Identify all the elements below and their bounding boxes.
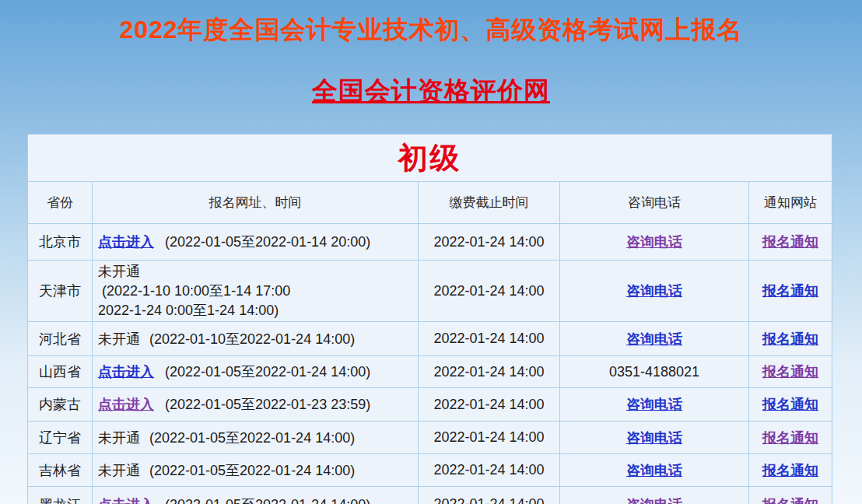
deadline-cell: 2022-01-24 14:00 — [419, 261, 560, 322]
notice-link[interactable]: 报名通知 — [762, 463, 818, 478]
table-row-heilongjiang: 黑龙江 点击进入(2022-01-05至2022-01-24 14:00) 20… — [28, 487, 832, 504]
deadline-cell: 2022-01-24 14:00 — [419, 356, 560, 388]
phone-cell: 咨询电话 — [560, 322, 749, 356]
notice-cell: 报名通知 — [749, 261, 832, 322]
deadline-cell: 2022-01-24 14:00 — [419, 454, 560, 487]
province-cell: 河北省 — [28, 322, 93, 356]
registration-cell: 点击进入(2022-01-05至2022-01-14 20:00) — [93, 224, 419, 261]
enter-link[interactable]: 点击进入 — [98, 234, 154, 250]
notice-link[interactable]: 报名通知 — [762, 364, 818, 380]
registration-table-container: 初级 省份 报名网址、时间 缴费截止时间 咨询电话 通知网站 北京市 点击进入(… — [27, 134, 832, 504]
phone-link[interactable]: 咨询电话 — [626, 331, 682, 347]
province-cell: 内蒙古 — [28, 388, 93, 422]
table-row-liaoning: 辽宁省 未开通(2022-01-05至2022-01-24 14:00) 202… — [28, 422, 832, 454]
province-cell: 黑龙江 — [28, 487, 93, 504]
phone-link[interactable]: 咨询电话 — [626, 430, 682, 446]
notice-cell: 报名通知 — [749, 322, 832, 356]
registration-cell: 未开通 (2022-1-10 10:00至1-14 17:00 2022-1-2… — [93, 261, 419, 322]
phone-link[interactable]: 咨询电话 — [626, 283, 682, 299]
notice-cell: 报名通知 — [749, 454, 832, 487]
registration-time: (2022-01-05至2022-01-24 14:00) — [165, 497, 370, 504]
province-cell: 北京市 — [28, 224, 93, 261]
registration-time: (2022-01-10至2022-01-24 14:00) — [149, 331, 355, 347]
site-home-link[interactable]: 全国会计资格评价网 — [312, 76, 550, 105]
table-header-row: 省份 报名网址、时间 缴费截止时间 咨询电话 通知网站 — [28, 182, 832, 224]
section-title-row: 初级 — [28, 135, 832, 182]
registration-time: (2022-01-05至2022-01-24 14:00) — [165, 364, 370, 380]
phone-cell: 咨询电话 — [560, 388, 749, 422]
notice-link[interactable]: 报名通知 — [762, 497, 818, 504]
deadline-cell: 2022-01-24 14:00 — [419, 388, 560, 422]
registration-time: (2022-01-05至2022-01-23 23:59) — [165, 397, 370, 412]
phone-cell: 咨询电话 — [560, 487, 749, 504]
phone-cell: 咨询电话 — [560, 224, 749, 261]
registration-cell: 未开通(2022-01-05至2022-01-24 14:00) — [93, 454, 419, 487]
enter-link[interactable]: 点击进入 — [98, 364, 154, 380]
registration-time: (2022-1-10 10:00至1-14 17:00 — [98, 282, 417, 301]
table-row-jilin: 吉林省 未开通(2022-01-05至2022-01-24 14:00) 202… — [28, 454, 832, 487]
notice-cell: 报名通知 — [749, 388, 832, 422]
registration-time: (2022-01-05至2022-01-24 14:00) — [149, 463, 355, 478]
page-header: 2022年度全国会计专业技术初、高级资格考试网上报名 全国会计资格评价网 — [0, 0, 862, 110]
province-cell: 辽宁省 — [28, 422, 93, 454]
registration-status: 未开通 — [98, 331, 140, 347]
notice-cell: 报名通知 — [749, 356, 832, 388]
phone-link[interactable]: 咨询电话 — [626, 463, 682, 478]
notice-cell: 报名通知 — [749, 487, 832, 504]
phone-link[interactable]: 咨询电话 — [626, 397, 682, 412]
registration-time: (2022-01-05至2022-01-24 14:00) — [149, 430, 355, 446]
notice-link[interactable]: 报名通知 — [762, 331, 818, 347]
notice-cell: 报名通知 — [749, 422, 832, 454]
notice-link[interactable]: 报名通知 — [762, 234, 818, 250]
province-cell: 吉林省 — [28, 454, 93, 487]
deadline-cell: 2022-01-24 14:00 — [419, 322, 560, 356]
column-header-notice: 通知网站 — [749, 182, 832, 224]
column-header-registration: 报名网址、时间 — [93, 182, 419, 224]
registration-cell: 点击进入(2022-01-05至2022-01-23 23:59) — [93, 388, 419, 422]
column-header-province: 省份 — [28, 182, 93, 224]
phone-cell: 0351-4188021 — [560, 356, 749, 388]
phone-cell: 咨询电话 — [560, 454, 749, 487]
notice-cell: 报名通知 — [749, 224, 832, 261]
deadline-cell: 2022-01-24 14:00 — [419, 422, 560, 454]
column-header-deadline: 缴费截止时间 — [419, 182, 560, 224]
notice-link[interactable]: 报名通知 — [762, 283, 818, 299]
section-title: 初级 — [398, 142, 462, 174]
enter-link[interactable]: 点击进入 — [98, 497, 154, 504]
registration-status: 未开通 — [98, 430, 140, 446]
phone-link[interactable]: 咨询电话 — [626, 234, 682, 250]
phone-cell: 咨询电话 — [560, 261, 749, 322]
notice-link[interactable]: 报名通知 — [762, 397, 818, 412]
table-row-shanxi: 山西省 点击进入(2022-01-05至2022-01-24 14:00) 20… — [28, 356, 832, 388]
notice-link[interactable]: 报名通知 — [762, 430, 818, 446]
registration-status: 未开通 — [98, 463, 140, 478]
registration-cell: 未开通(2022-01-05至2022-01-24 14:00) — [93, 422, 419, 454]
registration-cell: 未开通(2022-01-10至2022-01-24 14:00) — [93, 322, 419, 356]
deadline-cell: 2022-01-24 14:00 — [419, 487, 560, 504]
deadline-cell: 2022-01-24 14:00 — [419, 224, 560, 261]
phone-cell: 咨询电话 — [560, 422, 749, 454]
registration-table: 初级 省份 报名网址、时间 缴费截止时间 咨询电话 通知网站 北京市 点击进入(… — [27, 134, 832, 504]
table-row-tianjin: 天津市 未开通 (2022-1-10 10:00至1-14 17:00 2022… — [28, 261, 832, 322]
enter-link[interactable]: 点击进入 — [98, 397, 154, 412]
province-cell: 山西省 — [28, 356, 93, 388]
registration-status: 未开通 — [98, 262, 417, 282]
registration-cell: 点击进入(2022-01-05至2022-01-24 14:00) — [93, 487, 419, 504]
phone-link[interactable]: 咨询电话 — [626, 497, 682, 504]
province-cell: 天津市 — [28, 261, 93, 322]
table-row-hebei: 河北省 未开通(2022-01-10至2022-01-24 14:00) 202… — [28, 322, 832, 356]
column-header-phone: 咨询电话 — [560, 182, 749, 224]
registration-time: (2022-01-05至2022-01-14 20:00) — [165, 234, 370, 250]
page-title: 2022年度全国会计专业技术初、高级资格考试网上报名 — [0, 14, 862, 45]
registration-cell: 点击进入(2022-01-05至2022-01-24 14:00) — [93, 356, 419, 388]
table-row-neimenggu: 内蒙古 点击进入(2022-01-05至2022-01-23 23:59) 20… — [28, 388, 832, 422]
registration-time: 2022-1-24 0:00至1-24 14:00) — [98, 301, 417, 320]
table-row-beijing: 北京市 点击进入(2022-01-05至2022-01-14 20:00) 20… — [28, 224, 832, 261]
